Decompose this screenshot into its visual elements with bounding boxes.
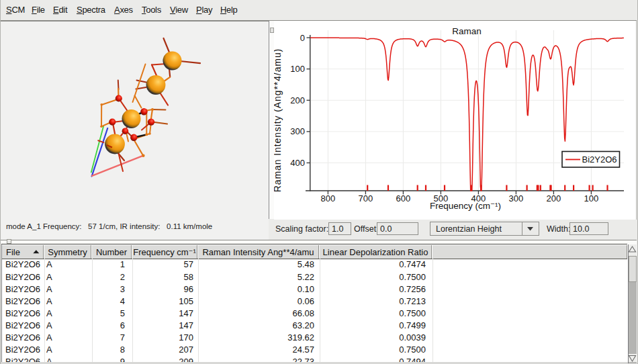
svg-text:700: 700 (359, 193, 373, 203)
svg-text:100: 100 (290, 64, 305, 74)
svg-text:300: 300 (290, 126, 305, 136)
svg-text:Frequency (cm⁻¹): Frequency (cm⁻¹) (430, 201, 501, 211)
svg-text:Raman: Raman (452, 26, 482, 36)
svg-text:0: 0 (300, 33, 305, 43)
svg-text:400: 400 (290, 158, 305, 168)
svg-text:800: 800 (321, 193, 336, 203)
svg-text:200: 200 (547, 193, 561, 203)
svg-text:300: 300 (509, 193, 524, 203)
svg-text:200: 200 (290, 95, 305, 105)
svg-text:Bi2Y2O6: Bi2Y2O6 (582, 154, 617, 165)
svg-text:100: 100 (584, 193, 599, 203)
svg-text:600: 600 (396, 193, 411, 203)
svg-text:Raman Intensity (Ang**4/amu): Raman Intensity (Ang**4/amu) (274, 48, 283, 192)
